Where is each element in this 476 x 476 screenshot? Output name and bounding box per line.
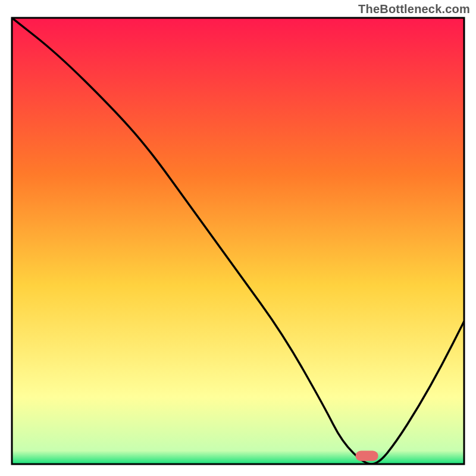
optimal-marker bbox=[356, 451, 378, 461]
bottleneck-chart bbox=[0, 0, 476, 476]
watermark-text: TheBottleneck.com bbox=[358, 2, 470, 16]
plot-background bbox=[12, 18, 464, 464]
